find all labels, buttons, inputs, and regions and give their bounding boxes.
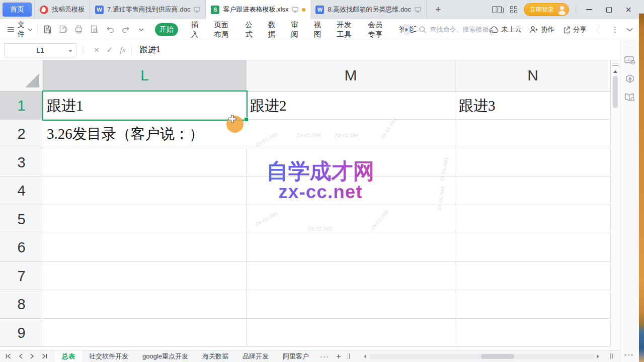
toolbar-dropdown-icon[interactable] (136, 24, 147, 35)
vertical-scrollbar[interactable] (611, 60, 620, 350)
ribbon-tab-insert[interactable]: 插入 (191, 20, 199, 39)
scroll-right-icon[interactable] (597, 354, 599, 358)
row-header-5[interactable]: 5 (0, 205, 43, 233)
row-header-7[interactable]: 7 (0, 262, 43, 290)
pane-splitter-icon[interactable] (348, 353, 350, 359)
cell-L2[interactable]: 3.26发目录（客户说：） (43, 120, 247, 148)
cell-L4[interactable] (43, 176, 247, 205)
cell-M3[interactable] (247, 148, 455, 176)
ribbon-overflow-button[interactable] (404, 24, 409, 35)
ribbon-tab-review[interactable]: 审阅 (291, 20, 299, 39)
sheet-tab-social[interactable]: 社交软件开发 (82, 350, 135, 362)
cloud-status-button[interactable]: 未上云 (489, 25, 522, 34)
cell-M2[interactable] (247, 120, 455, 148)
column-header-N[interactable]: N (455, 60, 611, 91)
ribbon-tab-data[interactable]: 数据 (268, 20, 276, 39)
collaborate-button[interactable]: 协作 (529, 25, 554, 34)
ribbon-tab-start[interactable]: 开始 (155, 23, 178, 36)
select-all-corner[interactable] (0, 60, 43, 91)
cell-M7[interactable] (247, 262, 455, 290)
sheet-tab-brand[interactable]: 品牌开发 (235, 350, 276, 362)
app-launcher-icon[interactable] (510, 6, 517, 13)
insert-function-icon[interactable]: fx (116, 46, 129, 54)
cell-N3[interactable] (455, 148, 611, 176)
minimize-button[interactable] (583, 3, 596, 16)
cell-N5[interactable] (455, 205, 611, 233)
redo-button[interactable] (120, 24, 131, 35)
last-sheet-icon[interactable] (41, 353, 48, 359)
name-box[interactable]: L1 (4, 43, 76, 57)
ribbon-tab-page-layout[interactable]: 页面布局 (214, 20, 230, 39)
first-sheet-icon[interactable] (5, 353, 12, 359)
row-header-3[interactable]: 3 (0, 148, 43, 176)
tab-doc-supplier[interactable]: W 7.通过零售商找到供应商.doc (90, 0, 206, 19)
collapse-ribbon-icon[interactable] (626, 28, 633, 32)
scroll-up-icon[interactable] (613, 70, 617, 73)
row-header-6[interactable]: 6 (0, 233, 43, 261)
window-count-icon[interactable]: 3 (492, 6, 502, 13)
ribbon-search[interactable]: 查找命令、搜索模板 (419, 25, 489, 34)
cell-N6[interactable] (455, 233, 611, 261)
cell-M4[interactable] (247, 176, 455, 205)
horizontal-scroll-thumb[interactable] (481, 354, 514, 359)
ribbon-tab-dev-tools[interactable]: 开发工具 (337, 20, 353, 39)
save-button[interactable] (42, 24, 53, 35)
cell-N1[interactable]: 跟进3 (455, 92, 611, 120)
cell-M5[interactable] (247, 205, 455, 233)
cell-M1[interactable]: 跟进2 (247, 92, 455, 120)
tab-doc-email[interactable]: W 8.高效找邮箱的另类思维.doc (310, 0, 426, 19)
undo-button[interactable] (105, 24, 116, 35)
prev-sheet-icon[interactable] (18, 353, 23, 359)
export-pdf-button[interactable] (58, 24, 69, 35)
tab-docer-templates[interactable]: 找稻壳模板 (34, 0, 90, 19)
ribbon-tab-view[interactable]: 视图 (314, 20, 322, 39)
vertical-scroll-thumb[interactable] (613, 76, 618, 108)
new-tab-button[interactable]: + (432, 3, 445, 16)
print-preview-button[interactable] (89, 24, 100, 35)
cell-L5[interactable] (43, 205, 247, 233)
sheet-tab-customs[interactable]: 海关数据 (195, 350, 235, 362)
maximize-button[interactable] (602, 3, 615, 16)
cell-N7[interactable] (455, 262, 611, 290)
add-sheet-button[interactable]: + (336, 351, 341, 361)
cell-N9[interactable] (455, 319, 611, 347)
share-button[interactable]: 分享 (562, 25, 587, 34)
cell-M9[interactable] (247, 319, 455, 347)
horizontal-scrollbar[interactable] (369, 354, 595, 359)
formula-input[interactable]: 跟进1 (140, 45, 160, 55)
cell-L8[interactable] (43, 290, 247, 318)
tab-active-spreadsheet[interactable]: S 客户跟进表格模板.xlsx (206, 0, 310, 19)
ribbon-tab-formulas[interactable]: 公式 (245, 20, 253, 39)
next-sheet-icon[interactable] (30, 353, 35, 359)
row-header-2[interactable]: 2 (0, 120, 43, 148)
sheet-tab-summary[interactable]: 总表 (55, 350, 82, 362)
sheet-list-icon[interactable]: ··· (320, 352, 329, 360)
cell-N2[interactable] (455, 120, 611, 148)
cell-M6[interactable] (247, 233, 455, 261)
smart-toolbox-icon[interactable] (624, 74, 635, 85)
close-button[interactable]: × (622, 3, 635, 16)
confirm-entry-icon[interactable]: ✓ (103, 45, 116, 55)
cell-L3[interactable] (43, 148, 247, 176)
chart-helper-icon[interactable] (624, 55, 635, 65)
sheet-tab-google[interactable]: google重点开发 (135, 350, 195, 362)
column-header-L[interactable]: L (43, 60, 247, 91)
file-menu[interactable]: 文件 (7, 21, 33, 39)
cell-L9[interactable] (43, 319, 247, 347)
cell-N4[interactable] (455, 176, 611, 205)
row-header-9[interactable]: 9 (0, 319, 43, 347)
print-button[interactable] (73, 24, 85, 35)
sheet-tab-alibaba[interactable]: 阿里客户 (276, 350, 316, 362)
column-header-M[interactable]: M (247, 60, 455, 91)
split-handle-icon[interactable] (612, 63, 618, 66)
login-button[interactable]: 立即登录 (524, 3, 569, 16)
cell-M8[interactable] (247, 290, 455, 318)
cell-L7[interactable] (43, 262, 247, 290)
cell-N8[interactable] (455, 290, 611, 318)
knowledge-book-icon[interactable] (624, 93, 635, 102)
scroll-left-icon[interactable] (364, 354, 366, 358)
panel-more-icon[interactable] (624, 354, 633, 356)
row-header-8[interactable]: 8 (0, 290, 43, 318)
ribbon-tab-member[interactable]: 会员专享 (368, 20, 384, 39)
cell-L1[interactable]: 跟进1 (43, 92, 247, 120)
